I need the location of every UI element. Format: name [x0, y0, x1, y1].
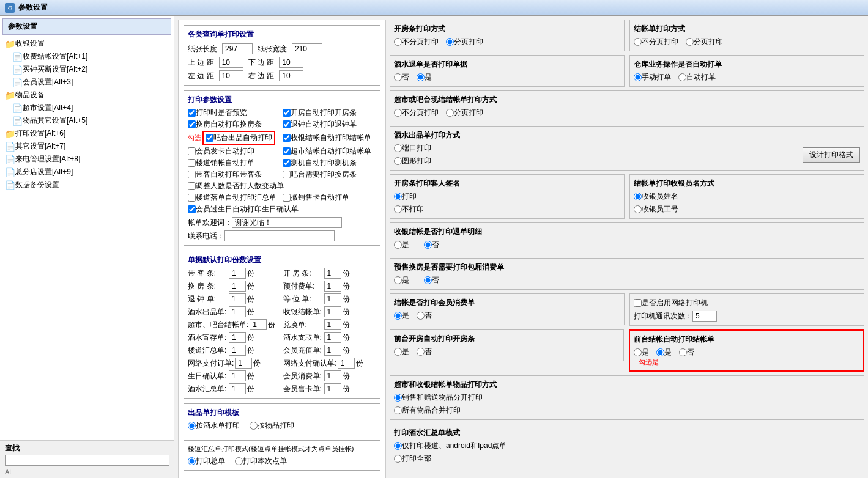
copies-change-room-input[interactable]: [229, 281, 246, 292]
copies-birthday-input[interactable]: [229, 370, 246, 381]
sidebar-item-goods-other[interactable]: 📄 物品其它设置[Alt+5]: [2, 114, 171, 127]
cb-bar-change-room-input[interactable]: [283, 171, 291, 178]
paper-width-input[interactable]: [292, 43, 322, 54]
cb-bar-auto-input[interactable]: [206, 134, 213, 142]
copies-member-recharge-input[interactable]: [324, 345, 341, 356]
copies-guest-input[interactable]: [229, 268, 246, 279]
template-option-2-radio[interactable]: [250, 422, 258, 430]
floor-option-2-radio[interactable]: [235, 457, 243, 465]
warehouse-radio2[interactable]: [678, 73, 686, 81]
checkin-sig-radio1[interactable]: [394, 193, 402, 200]
doc-icon-3: 📄: [12, 78, 23, 87]
sidebar-item-member[interactable]: 📄 会员设置[Alt+3]: [2, 76, 171, 89]
welcome-input[interactable]: [232, 217, 342, 228]
cashier-radio1[interactable]: [634, 193, 642, 200]
copies-liquor-take-input[interactable]: [324, 332, 341, 343]
copies-exchange-input[interactable]: [324, 319, 341, 330]
network-printer-row: 是否启用网络打印机: [634, 298, 860, 308]
template-option-1-radio[interactable]: [188, 422, 196, 430]
liquor-refund-radio1[interactable]: [394, 73, 402, 81]
copies-member-card-input[interactable]: [324, 383, 341, 394]
copies-liquor-input[interactable]: [229, 306, 246, 317]
sidebar-item-backup[interactable]: 📄 数据备份设置: [2, 178, 171, 191]
cb-birthday-input[interactable]: [188, 205, 196, 213]
sidebar-item-other[interactable]: 📄 其它设置[Alt+7]: [2, 140, 171, 153]
cb-change-room-input[interactable]: [188, 120, 196, 128]
copies-netpay-order-input[interactable]: [235, 358, 252, 369]
bottom-margin-input[interactable]: [279, 57, 303, 68]
refund-detail-options: 是 否: [394, 240, 860, 250]
copies-floor-summary-input[interactable]: [229, 345, 246, 356]
copies-prepay-input[interactable]: [324, 281, 341, 292]
front-checkout-radio2[interactable]: [656, 348, 664, 356]
front-checkin-radio2[interactable]: [417, 348, 425, 356]
cb-preview-input[interactable]: [188, 109, 196, 117]
member-consume-radio2[interactable]: [417, 312, 425, 320]
cb-cashier-checkout-input[interactable]: [283, 134, 291, 142]
cb-cancel-card-input[interactable]: [283, 194, 291, 202]
sidebar-item-checkout[interactable]: 📄 收费结帐设置[Alt+1]: [2, 50, 171, 63]
copies-open-room-input[interactable]: [324, 268, 341, 279]
paper-length-input[interactable]: [222, 43, 253, 54]
copies-liquor-storage-input[interactable]: [229, 332, 246, 343]
cb-guest-input[interactable]: [188, 171, 196, 178]
sidebar-item-call[interactable]: 📄 来电管理设置[Alt+8]: [2, 153, 171, 166]
presale-radio1[interactable]: [394, 276, 402, 284]
member-consume-radio1[interactable]: [394, 312, 402, 320]
sidebar-item-clock[interactable]: 📄 买钟买断设置[Alt+2]: [2, 63, 171, 76]
floor-option-1-radio[interactable]: [188, 457, 196, 465]
sm-checkout-radio2[interactable]: [446, 109, 454, 117]
cb-member-card-input[interactable]: [188, 147, 196, 155]
network-printer-checkbox[interactable]: [634, 299, 642, 307]
copies-netpay-confirm-input[interactable]: [338, 358, 355, 369]
checkout-bar-radio1[interactable]: [634, 38, 642, 46]
cb-supermarket-checkout-input[interactable]: [283, 147, 291, 155]
folder-icon: 📁: [5, 39, 15, 49]
cb-floor-summary-input[interactable]: [188, 194, 196, 202]
liquor-summary-radio1[interactable]: [394, 442, 402, 450]
cb-return-clock-input[interactable]: [283, 120, 291, 128]
left-margin-input[interactable]: [219, 70, 243, 81]
cb-adjust-people-input[interactable]: [188, 182, 196, 190]
refund-detail-radio2[interactable]: [424, 241, 432, 249]
copies-queue: 等 位 单: 份: [283, 293, 377, 304]
checkin-bar-radio2[interactable]: [446, 38, 454, 46]
cashier-radio2[interactable]: [634, 205, 642, 213]
cb-open-room-input[interactable]: [283, 109, 291, 117]
sidebar-item-goods[interactable]: 📁 物品设备: [2, 89, 171, 101]
sm-checkout-radio1[interactable]: [394, 109, 402, 117]
liquor-summary-radio2[interactable]: [394, 455, 402, 463]
checkin-sig-radio2[interactable]: [394, 205, 402, 213]
sidebar-item-cashier[interactable]: 📁 收银设置: [2, 37, 171, 50]
search-input[interactable]: [5, 455, 169, 466]
sidebar-item-branch[interactable]: 📄 总分店设置[Alt+9]: [2, 166, 171, 178]
front-checkin-radio1[interactable]: [394, 348, 402, 356]
checkin-bar-radio1[interactable]: [394, 38, 402, 46]
copies-sm-bar-input[interactable]: [250, 319, 267, 330]
refund-detail-radio1[interactable]: [394, 241, 402, 249]
copies-liquor-total-input[interactable]: [229, 383, 246, 394]
design-format-button[interactable]: 设计打印格式: [803, 147, 860, 163]
sidebar-item-supermarket[interactable]: 📄 超市设置[Alt+4]: [2, 101, 171, 114]
copies-cashier-input[interactable]: [324, 306, 341, 317]
sidebar-item-print[interactable]: 📁 打印设置[Alt+6]: [2, 127, 171, 140]
front-checkout-radio1[interactable]: [634, 348, 642, 356]
checkout-bar-radio2[interactable]: [686, 38, 694, 46]
goods-print-radio2[interactable]: [394, 406, 402, 414]
front-checkout-radio3[interactable]: [679, 348, 687, 356]
copies-member-consume-input[interactable]: [324, 370, 341, 381]
copies-return-clock-input[interactable]: [229, 293, 246, 304]
presale-radio2[interactable]: [424, 276, 432, 284]
liquor-print-radio1[interactable]: [394, 144, 402, 152]
liquor-refund-radio2[interactable]: [417, 73, 425, 81]
cb-floor-checkout-input[interactable]: [188, 159, 196, 167]
cb-test-machine-input[interactable]: [283, 159, 291, 167]
comm-times-input[interactable]: [692, 311, 717, 322]
right-margin-input[interactable]: [279, 70, 303, 81]
copies-queue-input[interactable]: [324, 293, 341, 304]
liquor-print-radio2[interactable]: [394, 157, 402, 165]
top-margin-input[interactable]: [219, 57, 243, 68]
goods-print-radio1[interactable]: [394, 394, 402, 402]
contact-input[interactable]: [224, 230, 335, 241]
warehouse-radio1[interactable]: [634, 73, 642, 81]
